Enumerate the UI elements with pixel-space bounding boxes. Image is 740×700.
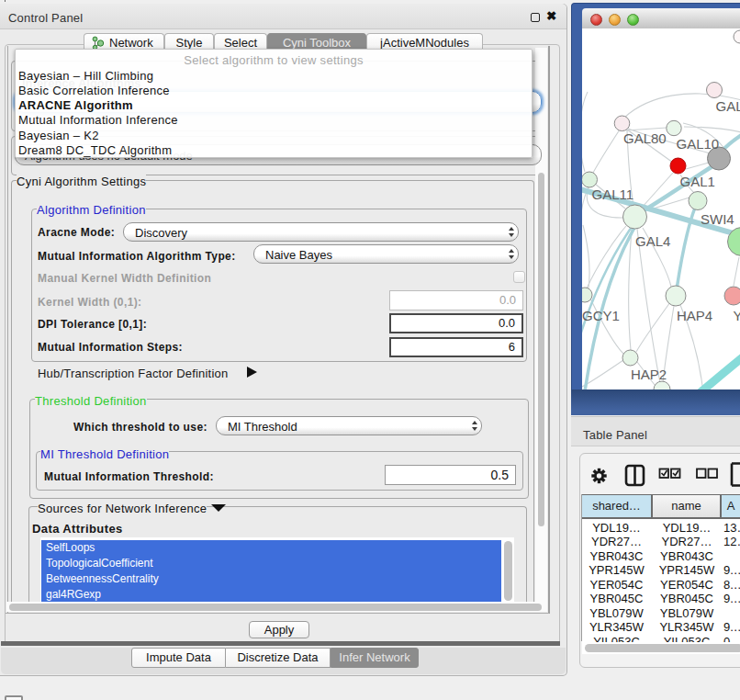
svg-text:GCY1: GCY1 (582, 308, 620, 323)
svg-text:GAL7: GAL7 (716, 98, 740, 114)
svg-text:YD: YD (734, 308, 740, 323)
svg-text:HAP2: HAP2 (631, 367, 667, 382)
svg-text:GAL80: GAL80 (623, 130, 667, 146)
svg-text:GAL4: GAL4 (635, 233, 670, 249)
svg-text:GAL1: GAL1 (680, 174, 715, 189)
svg-text:GAL10: GAL10 (677, 136, 720, 152)
svg-text:HAP4: HAP4 (677, 308, 712, 323)
svg-text:GAL11: GAL11 (592, 186, 634, 202)
svg-text:SWI4: SWI4 (701, 211, 734, 227)
